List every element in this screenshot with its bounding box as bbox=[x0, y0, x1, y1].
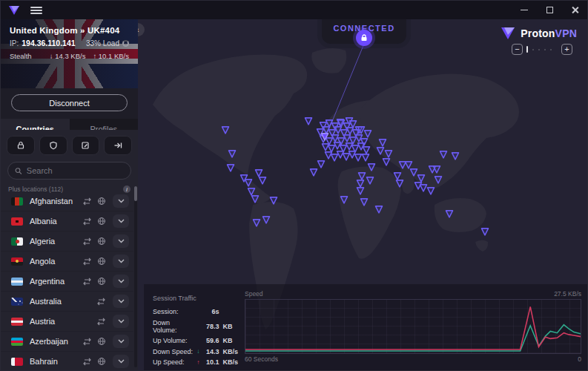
chevron-down-icon bbox=[118, 239, 125, 243]
country-globe-button[interactable] bbox=[97, 237, 106, 246]
server-pin[interactable] bbox=[480, 227, 490, 236]
connect-swap-button[interactable] bbox=[96, 298, 106, 306]
country-globe-button[interactable] bbox=[97, 357, 106, 366]
scrollbar-thumb[interactable] bbox=[134, 186, 137, 201]
server-pin[interactable] bbox=[356, 186, 366, 195]
expand-country-button[interactable] bbox=[113, 295, 129, 308]
server-pin[interactable] bbox=[317, 160, 326, 168]
server-pin[interactable] bbox=[426, 186, 436, 195]
sidebar-scrollbar[interactable] bbox=[134, 186, 137, 367]
country-row-algeria[interactable]: Algeria bbox=[1, 232, 133, 252]
server-pin[interactable] bbox=[221, 125, 231, 134]
sidebar: United Kingdom » UK#404 IP: 194.36.110.1… bbox=[1, 19, 138, 370]
lock-icon bbox=[360, 34, 368, 42]
connected-server-pin[interactable] bbox=[320, 132, 330, 141]
country-globe-button[interactable] bbox=[97, 197, 106, 206]
server-pin[interactable] bbox=[366, 176, 375, 185]
kill-switch-button[interactable] bbox=[72, 136, 100, 155]
server-pin[interactable] bbox=[367, 162, 377, 171]
connect-swap-button[interactable] bbox=[96, 318, 106, 326]
secure-core-button[interactable] bbox=[7, 136, 35, 155]
connect-swap-button[interactable] bbox=[82, 338, 92, 346]
zoom-out-button[interactable]: − bbox=[512, 44, 523, 55]
server-pin[interactable] bbox=[374, 205, 384, 214]
expand-country-button[interactable] bbox=[113, 194, 129, 208]
brand-vpn: VPN bbox=[555, 27, 577, 39]
minimize-button[interactable] bbox=[512, 1, 537, 19]
country-globe-button[interactable] bbox=[97, 257, 106, 266]
country-row-azerbaijan[interactable]: Azerbaijan bbox=[1, 332, 133, 352]
connect-swap-button[interactable] bbox=[82, 217, 92, 226]
expand-country-button[interactable] bbox=[113, 234, 129, 248]
expand-country-button[interactable] bbox=[113, 315, 129, 328]
server-pin[interactable] bbox=[258, 176, 268, 185]
expand-country-button[interactable] bbox=[113, 335, 129, 348]
server-pin[interactable] bbox=[395, 179, 405, 188]
maximize-button[interactable] bbox=[537, 1, 562, 19]
connect-swap-button[interactable] bbox=[82, 358, 92, 366]
country-row-bahrain[interactable]: Bahrain bbox=[1, 352, 133, 370]
close-button[interactable] bbox=[562, 1, 587, 19]
lock-icon bbox=[16, 141, 25, 150]
session-traffic-title: Session Traffic bbox=[153, 295, 240, 302]
server-pin[interactable] bbox=[361, 153, 371, 162]
graph-title: Speed bbox=[245, 290, 263, 298]
expand-country-button[interactable] bbox=[113, 275, 129, 288]
map-zoom-control: − + bbox=[512, 44, 572, 55]
country-row-angola[interactable]: Angola bbox=[1, 252, 133, 272]
server-pin[interactable] bbox=[252, 218, 262, 227]
country-row-albania[interactable]: Albania bbox=[1, 211, 133, 232]
server-pin[interactable] bbox=[434, 175, 443, 184]
zoom-slider[interactable] bbox=[526, 46, 558, 53]
country-name: Australia bbox=[30, 297, 62, 306]
graph-end-label: 0 bbox=[578, 355, 581, 363]
search-icon bbox=[15, 167, 22, 175]
country-globe-button[interactable] bbox=[97, 337, 106, 346]
server-pin[interactable] bbox=[445, 209, 455, 218]
server-ip: 194.36.110.141 bbox=[22, 39, 75, 47]
netshield-button[interactable] bbox=[39, 136, 67, 155]
server-pin[interactable] bbox=[439, 150, 449, 159]
connect-swap-button[interactable] bbox=[82, 237, 92, 246]
server-pin[interactable] bbox=[251, 194, 260, 203]
search-input[interactable] bbox=[27, 166, 124, 175]
server-pin[interactable] bbox=[228, 149, 237, 158]
zoom-in-button[interactable]: + bbox=[561, 44, 572, 55]
country-name: Austria bbox=[30, 317, 55, 326]
hamburger-menu-icon[interactable] bbox=[30, 7, 42, 14]
connect-swap-button[interactable] bbox=[82, 257, 92, 266]
expand-country-button[interactable] bbox=[113, 355, 129, 368]
server-pin[interactable] bbox=[304, 116, 314, 125]
speed-graph bbox=[245, 299, 581, 354]
server-pin[interactable] bbox=[262, 215, 271, 224]
country-row-argentina[interactable]: Argentina bbox=[1, 272, 133, 292]
disconnect-button[interactable]: Disconnect bbox=[11, 94, 128, 111]
graph-window-label: 60 Seconds bbox=[245, 355, 278, 363]
country-row-afghanistan[interactable]: Afghanistan bbox=[1, 191, 133, 211]
server-pin[interactable] bbox=[451, 151, 460, 160]
server-pin[interactable] bbox=[432, 165, 442, 174]
swap-arrows-icon bbox=[82, 278, 92, 286]
country-list: AfghanistanAlbaniaAlgeriaAngolaArgentina… bbox=[1, 191, 133, 370]
country-row-austria[interactable]: Austria bbox=[1, 312, 133, 332]
country-flag bbox=[11, 338, 23, 346]
country-name: Bahrain bbox=[30, 357, 58, 366]
server-pin[interactable] bbox=[309, 168, 319, 177]
world-map[interactable]: ‹ CONNECTED ProtonVPN − + bbox=[138, 19, 587, 370]
country-globe-button[interactable] bbox=[97, 277, 106, 286]
server-pin[interactable] bbox=[382, 157, 392, 166]
server-pin[interactable] bbox=[226, 163, 236, 172]
server-pin[interactable] bbox=[360, 197, 369, 206]
port-forwarding-button[interactable] bbox=[104, 136, 132, 155]
server-pin[interactable] bbox=[340, 195, 349, 204]
server-pin[interactable] bbox=[269, 196, 279, 205]
expand-country-button[interactable] bbox=[113, 214, 129, 228]
expand-country-button[interactable] bbox=[113, 255, 129, 268]
server-pin[interactable] bbox=[244, 178, 254, 187]
chevron-down-icon bbox=[118, 279, 125, 283]
connect-swap-button[interactable] bbox=[82, 197, 92, 206]
connected-server-title: United Kingdom » UK#404 bbox=[10, 26, 129, 35]
country-globe-button[interactable] bbox=[97, 217, 106, 226]
connect-swap-button[interactable] bbox=[82, 278, 92, 286]
country-row-australia[interactable]: Australia bbox=[1, 292, 133, 312]
